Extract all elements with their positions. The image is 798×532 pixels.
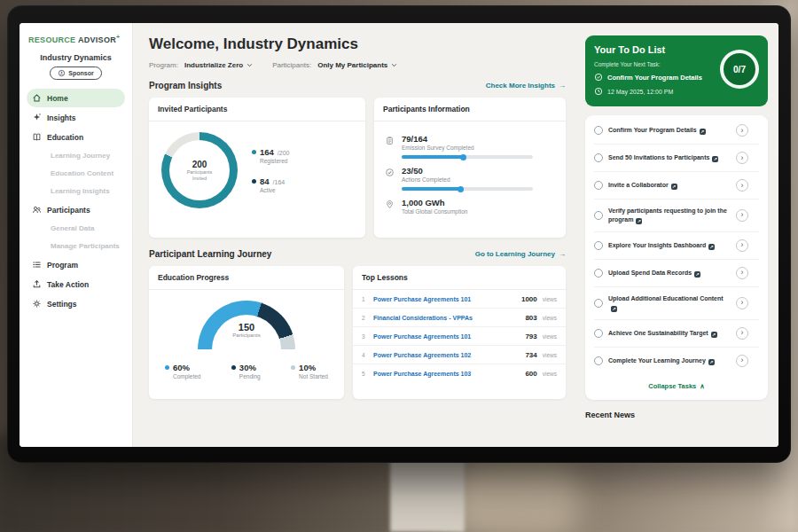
lesson-row: 2 Financial Considerations - VPPAs 803 v…	[353, 309, 566, 327]
gauge-center-label: Participants	[198, 332, 295, 338]
task-checkbox[interactable]	[594, 153, 603, 162]
sparkle-icon	[32, 113, 42, 122]
sidebar-item-label: Take Action	[47, 280, 89, 289]
sponsor-badge[interactable]: Sponsor	[50, 66, 101, 80]
chevron-right-icon[interactable]: ›	[736, 152, 748, 164]
chevron-right-icon[interactable]: ›	[736, 355, 748, 367]
lesson-link[interactable]: Power Purchase Agreements 102	[373, 352, 520, 358]
sidebar-item-home[interactable]: Home	[27, 89, 125, 107]
sidebar-item-participants[interactable]: Participants	[27, 200, 125, 219]
participants-filter-select[interactable]: Only My Participants	[317, 61, 397, 69]
learning-journey-header: Participant Learning Journey Go to Learn…	[149, 249, 566, 259]
chevron-right-icon[interactable]: ›	[736, 209, 748, 222]
task-row[interactable]: Explore Your Insights Dashboard↗ ›	[594, 232, 759, 260]
task-checkbox[interactable]	[594, 126, 603, 135]
task-label: Upload Spend Data Records	[608, 270, 692, 276]
task-checkbox[interactable]	[594, 269, 603, 278]
legend-dot-completed	[165, 365, 169, 370]
progress-track	[402, 155, 533, 159]
chevron-right-icon[interactable]: ›	[736, 327, 748, 340]
sidebar-item-manage-participants[interactable]: Manage Participants	[27, 238, 125, 254]
task-checkbox[interactable]	[594, 329, 603, 338]
task-row[interactable]: Confirm Your Program Details↗ ›	[594, 117, 759, 145]
sidebar-item-education[interactable]: Education	[27, 128, 125, 146]
legend-value: 164	[260, 147, 274, 157]
sidebar-item-program[interactable]: Program	[27, 255, 125, 274]
gauge-legend: 60% Completed 30% Pending 10% Not Starte…	[149, 352, 344, 379]
sponsor-icon	[58, 69, 66, 77]
participants-filter-label: Participants:	[272, 61, 311, 69]
card-title: Invited Participants	[149, 98, 365, 121]
task-row[interactable]: Verify participants requesting to join t…	[594, 200, 759, 232]
task-row[interactable]: Send 50 Invitations to Participants↗ ›	[594, 145, 759, 172]
chevron-right-icon[interactable]: ›	[736, 267, 748, 279]
sidebar-item-learning-insights[interactable]: Learning Insights	[27, 183, 125, 200]
donut-center-label: Participants Invited	[184, 169, 215, 182]
task-label: Confirm Your Program Details	[608, 127, 697, 133]
task-row[interactable]: Achieve One Sustainability Target↗ ›	[594, 320, 759, 348]
monitor-bezel: RESOURCE ADVISOR+ Industry Dynamics Spon…	[7, 5, 791, 463]
launch-icon: ↗	[708, 244, 715, 250]
legend-total: /164	[273, 179, 286, 185]
clipboard-icon	[385, 136, 395, 145]
lesson-row: 3 Power Purchase Agreements 101 793 view…	[353, 327, 566, 346]
lesson-rank: 4	[362, 352, 368, 358]
stat-value: 79/164	[402, 134, 533, 144]
lesson-link[interactable]: Power Purchase Agreements 101	[373, 333, 520, 340]
task-checkbox[interactable]	[594, 299, 603, 308]
sidebar-item-general-data[interactable]: General Data	[27, 220, 125, 237]
chevron-down-icon	[246, 62, 253, 68]
chevron-right-icon[interactable]: ›	[736, 179, 748, 192]
task-row[interactable]: Upload Spend Data Records↗ ›	[594, 260, 759, 287]
check-circle-icon	[385, 168, 395, 177]
right-panel: Your To Do List Complete Your Next Task:…	[576, 23, 778, 447]
gauge-center-value: 150	[198, 322, 295, 332]
page-title: Welcome, Industry Dynamics	[149, 35, 566, 53]
task-checkbox[interactable]	[594, 181, 603, 190]
lesson-views-label: views	[543, 371, 557, 377]
lesson-link[interactable]: Power Purchase Agreements 101	[373, 296, 516, 302]
section-title: Program Insights	[149, 81, 222, 90]
task-row[interactable]: Complete Your Learning Journey↗ ›	[594, 348, 759, 374]
chevron-right-icon[interactable]: ›	[736, 239, 748, 252]
lesson-rank: 5	[362, 371, 368, 377]
app-logo: RESOURCE ADVISOR+	[27, 34, 125, 44]
task-checkbox[interactable]	[594, 356, 603, 365]
lesson-link[interactable]: Financial Considerations - VPPAs	[373, 315, 520, 321]
chevron-right-icon[interactable]: ›	[736, 124, 748, 137]
task-label: Invite a Collaborator	[608, 182, 669, 188]
check-more-insights-link[interactable]: Check More Insights →	[486, 82, 566, 90]
sidebar-item-label: Education Content	[51, 169, 113, 177]
sidebar-item-take-action[interactable]: Take Action	[27, 275, 125, 293]
chevron-right-icon[interactable]: ›	[736, 297, 748, 309]
task-row[interactable]: Invite a Collaborator↗ ›	[594, 172, 759, 200]
task-checkbox[interactable]	[594, 211, 603, 220]
action-icon	[32, 279, 42, 289]
todo-task-list: Confirm Your Program Details↗ › Send 50 …	[585, 115, 768, 400]
todo-due: 12 May 2025, 12:00 PM	[594, 87, 759, 96]
home-icon	[32, 93, 42, 103]
sidebar-item-label: Participants	[47, 206, 90, 215]
main-content: Welcome, Industry Dynamics Program: Indu…	[133, 23, 576, 447]
logo-plus: +	[116, 34, 120, 40]
task-row[interactable]: Upload Additional Educational Content↗ ›	[594, 287, 759, 320]
program-filter-select[interactable]: Industrialize Zero	[184, 61, 253, 69]
lesson-link[interactable]: Power Purchase Agreements 103	[373, 371, 520, 377]
sidebar-item-settings[interactable]: Settings	[27, 294, 125, 313]
invited-participants-donut: 200 Participants Invited	[161, 132, 238, 208]
collapse-tasks-button[interactable]: Collapse Tasks ∧	[594, 374, 759, 398]
go-to-learning-journey-link[interactable]: Go to Learning Journey →	[475, 250, 566, 258]
education-gauge-wrap: 150 Participants	[198, 301, 295, 352]
task-label: Verify participants requesting to join t…	[608, 207, 727, 223]
lesson-rank: 2	[362, 315, 368, 321]
progress-track	[402, 187, 533, 191]
sidebar-item-insights[interactable]: Insights	[27, 108, 125, 127]
task-checkbox[interactable]	[594, 241, 603, 250]
background-highlight	[448, 461, 581, 532]
sidebar-item-education-content[interactable]: Education Content	[27, 165, 125, 182]
filter-bar: Program: Industrialize Zero Participants…	[149, 61, 566, 69]
lesson-row: 5 Power Purchase Agreements 103 600 view…	[353, 364, 566, 382]
org-name: Industry Dynamics	[27, 53, 125, 62]
sidebar-item-learning-journey[interactable]: Learning Journey	[27, 147, 125, 164]
legend-dot-active	[252, 179, 256, 184]
